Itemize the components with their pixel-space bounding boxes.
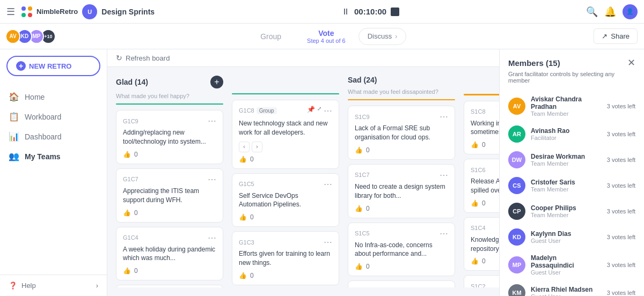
group-step-button[interactable]: Group — [247, 32, 294, 41]
vote-button-g1c9[interactable]: 👍 — [123, 151, 131, 158]
member-item-1[interactable]: AR Avinash Rao Facilitator 3 votes left — [500, 121, 644, 147]
vote-button-s1c9[interactable]: 👍 — [355, 146, 363, 154]
sidebar-item-my-teams[interactable]: 👥 My Teams — [0, 146, 107, 166]
member-name-aviskar: Aviskar Chandra Pradhan — [531, 95, 602, 110]
member-avatar-madelyn: MP — [508, 256, 525, 273]
member-info-avinash: Avinash Rao Facilitator — [531, 127, 602, 141]
vote-button-g1c8[interactable]: 👍 — [239, 156, 247, 163]
vote-count-g1c8: 0 — [250, 156, 254, 163]
sad-cards: S1C9 ⋯ Lack of a Formal SRE sub organisa… — [348, 106, 455, 287]
card-more-g1c3[interactable]: ⋯ — [324, 237, 332, 247]
card-text-g1c5: Self Service DevOps Automation Pipelines… — [239, 191, 332, 210]
card-id-s1c7: S1C7 ⋯ — [355, 170, 448, 180]
sidebar-item-home-label: Home — [25, 93, 45, 101]
vote-count-s1c7: 0 — [366, 205, 370, 212]
card-s1c5: S1C5 ⋯ No Infra-as-code, concerns about … — [348, 223, 455, 277]
member-item-3[interactable]: CS Cristofer Saris Team Member 3 votes l… — [500, 173, 644, 198]
group-step-label: Group — [260, 32, 281, 41]
notification-icon[interactable]: 🔔 — [604, 6, 616, 18]
discuss-step-label: Discuss — [368, 32, 392, 40]
close-members-panel-button[interactable]: ✕ — [627, 57, 635, 69]
card-s1c3: S1C3 ⋯ Too much time spent on meetings i… — [348, 280, 455, 287]
share-label: Share — [611, 32, 630, 40]
card-more-s1c9[interactable]: ⋯ — [440, 112, 448, 122]
svg-point-1 — [28, 6, 32, 11]
glad-column: Glad (14) + What made you feel happy? G1… — [116, 76, 223, 287]
member-info-madelyn: Madelyn Passaquindici Guest User — [531, 254, 602, 276]
card-footer-g1c3: 👍 0 — [239, 272, 332, 279]
help-label: Help — [21, 282, 36, 290]
member-name-cooper: Cooper Philips — [531, 204, 602, 212]
vote-button-g1c5[interactable]: 👍 — [239, 213, 247, 221]
vote-button-g1c3[interactable]: 👍 — [239, 272, 247, 279]
sad-column-title: Sad (24) — [348, 76, 377, 84]
card-more-s1c7[interactable]: ⋯ — [440, 170, 448, 180]
card-text-s1c8: Working in AWS Works sometimes pulls us … — [471, 119, 499, 137]
card-more-s1c3[interactable]: ⋯ — [440, 286, 448, 287]
vote-button-s1c5[interactable]: 👍 — [355, 263, 363, 270]
vote-button-s1c8[interactable]: 👍 — [471, 141, 479, 149]
card-more-g1c5[interactable]: ⋯ — [324, 179, 332, 189]
glad-add-card-button[interactable]: + — [210, 76, 223, 88]
vote-button-s1c7[interactable]: 👍 — [355, 205, 363, 212]
member-item-7[interactable]: KM Kierra Rhiel Madsen Guest User 3 vote… — [500, 280, 644, 296]
card-footer-s1c6: 👍 0 — [471, 199, 499, 207]
card-text-s1c5: No Infra-as-code, concerns about perform… — [355, 241, 448, 259]
card-text-s1c6: Release Activity getting spilled over to… — [471, 177, 499, 195]
sidebar-item-dashboard[interactable]: 📊 Dashboard — [0, 127, 107, 146]
card-more-g1c7[interactable]: ⋯ — [208, 174, 216, 184]
vote-button-s1c4[interactable]: 👍 — [471, 257, 479, 265]
nav-left: ☰ NimbleRetro U Design Sprints — [6, 4, 155, 19]
vote-count-g1c7: 0 — [134, 209, 138, 217]
new-retro-plus-icon: + — [16, 61, 26, 71]
card-text-s1c7: Need to create a design system library f… — [355, 182, 448, 201]
help-icon: ❓ — [9, 282, 17, 290]
member-item-0[interactable]: AV Aviskar Chandra Pradhan Team Member 3… — [500, 91, 644, 121]
sidebar-help[interactable]: ❓ Help › — [0, 275, 107, 296]
search-icon[interactable]: 🔍 — [586, 6, 598, 18]
vote-count-s1c5: 0 — [366, 263, 370, 270]
vote-button-g1c7[interactable]: 👍 — [123, 209, 131, 217]
sad-column-subtitle: What made you feel dissapointed? — [348, 88, 455, 95]
member-item-6[interactable]: MP Madelyn Passaquindici Guest User 3 vo… — [500, 250, 644, 280]
member-votes-kaylynn: 3 votes left — [607, 234, 635, 240]
glad-cards: G1C9 ⋯ Adding/replacing new tool/technol… — [116, 110, 223, 287]
sidebar-item-workboard[interactable]: 📋 Workboard — [0, 107, 107, 127]
card-nav-prev[interactable]: ‹ — [239, 142, 250, 152]
card-more-g1c9[interactable]: ⋯ — [208, 116, 216, 126]
member-name-cristofer: Cristofer Saris — [531, 179, 602, 186]
logo-text: NimbleRetro — [36, 8, 78, 16]
discuss-step-button[interactable]: Discuss › — [358, 28, 407, 45]
member-info-aviskar: Aviskar Chandra Pradhan Team Member — [531, 95, 602, 117]
member-item-4[interactable]: CP Cooper Philips Team Member 3 votes le… — [500, 198, 644, 224]
dashboard-icon: 📊 — [9, 131, 19, 142]
card-g1c2: G1C2 ⋯ Efforts given for training to lea… — [116, 285, 223, 287]
user-avatar[interactable]: 👤 — [623, 4, 638, 19]
group-badge: Group — [257, 107, 277, 114]
card-id-s1c6: S1C6 ⋯ — [471, 165, 499, 175]
stop-button[interactable] — [391, 8, 399, 16]
card-more-g1c4[interactable]: ⋯ — [208, 233, 216, 243]
member-item-5[interactable]: KD Kaylynn Dias Guest User 3 votes left — [500, 224, 644, 250]
share-button[interactable]: ↗ Share — [594, 28, 638, 44]
sidebar-item-home[interactable]: 🏠 Home — [0, 87, 107, 107]
new-retro-button[interactable]: + NEW RETRO — [6, 56, 100, 76]
member-info-kierra: Kierra Rhiel Madsen Guest User — [531, 286, 602, 296]
sidebar-item-workboard-label: Workboard — [25, 113, 61, 121]
board-toolbar: ↻ Refresh board — [107, 49, 499, 67]
vote-button-g1c4[interactable]: 👍 — [123, 267, 131, 275]
glad-group-column: G1C8 Group 📌 ⤢ ⋯ New technology stack an… — [232, 76, 339, 287]
pause-button[interactable]: ⏸ — [341, 7, 350, 17]
member-role-cooper: Team Member — [531, 212, 602, 218]
hamburger-icon[interactable]: ☰ — [6, 6, 15, 18]
member-item-2[interactable]: DW Desirae Workman Team Member 3 votes l… — [500, 147, 644, 173]
refresh-board-button[interactable]: ↻ Refresh board — [116, 54, 170, 62]
card-g1c8-nav: ‹ › — [239, 142, 332, 152]
expand-icon[interactable]: ⤢ — [317, 106, 321, 116]
card-more-g1c8[interactable]: ⋯ — [324, 106, 332, 116]
vote-button-s1c6[interactable]: 👍 — [471, 199, 479, 207]
card-more-s1c5[interactable]: ⋯ — [440, 228, 448, 239]
card-id-s1c2: S1C2 ⋯ — [471, 281, 499, 287]
card-id-s1c9: S1C9 ⋯ — [355, 112, 448, 122]
card-nav-next[interactable]: › — [252, 142, 262, 152]
